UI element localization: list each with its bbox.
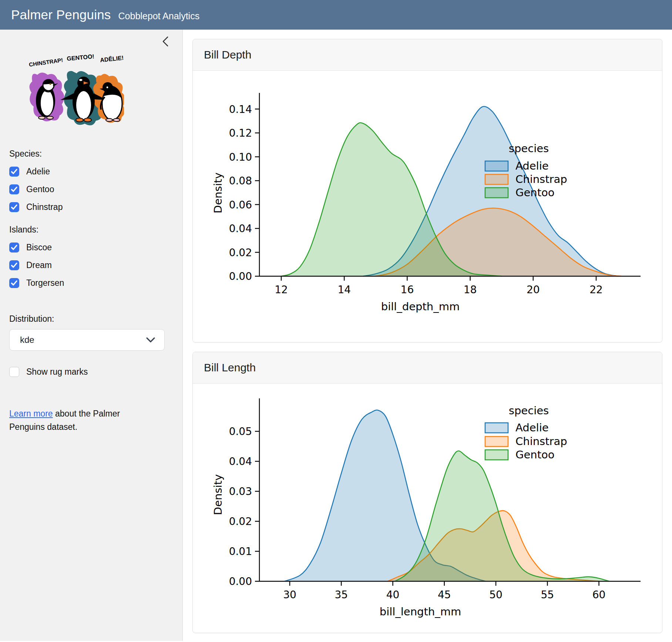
biscoe-checkbox[interactable] bbox=[9, 243, 19, 253]
show-rug-marks-checkbox[interactable] bbox=[9, 367, 19, 377]
svg-text:55: 55 bbox=[541, 589, 554, 601]
dataset-note: Learn more about the Palmer Penguins dat… bbox=[9, 407, 137, 434]
svg-text:0.01: 0.01 bbox=[229, 545, 252, 558]
app-header: Palmer Penguins Cobblepot Analytics bbox=[0, 0, 672, 30]
svg-text:45: 45 bbox=[438, 589, 451, 601]
checkbox-row-chinstrap[interactable]: Chinstrap bbox=[9, 202, 173, 212]
biscoe-checkbox-label: Biscoe bbox=[26, 243, 52, 253]
svg-text:0.12: 0.12 bbox=[229, 127, 252, 139]
svg-text:0.06: 0.06 bbox=[229, 199, 252, 211]
chinstrap-checkbox-label: Chinstrap bbox=[26, 202, 63, 212]
svg-text:20: 20 bbox=[527, 284, 540, 296]
rug-marks-row[interactable]: Show rug marks bbox=[9, 367, 173, 377]
svg-text:60: 60 bbox=[592, 589, 606, 601]
svg-text:40: 40 bbox=[386, 589, 400, 601]
art-label-gentoo: GENTOO! bbox=[67, 53, 95, 62]
main-content: Bill Depth 1214161820220.000.020.040.060… bbox=[183, 30, 672, 642]
svg-text:Adelie: Adelie bbox=[515, 160, 549, 172]
bill-depth-chart: 1214161820220.000.020.040.060.080.100.12… bbox=[193, 71, 662, 342]
svg-text:0.05: 0.05 bbox=[229, 425, 252, 438]
penguin-artwork-image: CHINSTRAP! GENTOO! ADĒLIE! bbox=[16, 49, 124, 135]
svg-text:0.04: 0.04 bbox=[229, 223, 252, 235]
bill-length-chart: 303540455055600.000.010.020.030.040.05bi… bbox=[193, 384, 662, 633]
art-label-adelie: ADĒLIE! bbox=[100, 54, 124, 63]
sidebar-collapse-button[interactable] bbox=[159, 35, 172, 48]
svg-text:species: species bbox=[509, 142, 549, 155]
chevron-left-icon bbox=[161, 36, 169, 47]
gentoo-checkbox[interactable] bbox=[9, 184, 19, 194]
gentoo-checkbox-label: Gentoo bbox=[26, 184, 54, 194]
bill-depth-card-title: Bill Depth bbox=[193, 39, 662, 71]
svg-text:16: 16 bbox=[401, 284, 414, 296]
adelie-checkbox[interactable] bbox=[9, 167, 19, 177]
dream-checkbox-label: Dream bbox=[26, 260, 52, 270]
svg-text:Gentoo: Gentoo bbox=[515, 448, 555, 461]
svg-text:Chinstrap: Chinstrap bbox=[515, 435, 567, 448]
svg-text:Density: Density bbox=[212, 173, 224, 213]
bill-length-card: Bill Length 303540455055600.000.010.020.… bbox=[192, 352, 662, 633]
svg-text:Density: Density bbox=[212, 474, 224, 515]
svg-text:bill_depth_mm: bill_depth_mm bbox=[381, 300, 460, 313]
svg-text:Gentoo: Gentoo bbox=[515, 186, 555, 199]
checkbox-row-adelie[interactable]: Adelie bbox=[9, 167, 173, 177]
checkbox-row-biscoe[interactable]: Biscoe bbox=[9, 243, 173, 253]
svg-text:Adelie: Adelie bbox=[515, 421, 549, 434]
svg-text:Chinstrap: Chinstrap bbox=[515, 173, 567, 185]
svg-text:30: 30 bbox=[283, 589, 296, 601]
svg-text:0.02: 0.02 bbox=[229, 515, 252, 528]
svg-text:18: 18 bbox=[464, 284, 477, 296]
checkbox-row-torgersen[interactable]: Torgersen bbox=[9, 278, 173, 288]
svg-text:50: 50 bbox=[489, 589, 503, 601]
art-label-chinstrap: CHINSTRAP! bbox=[28, 57, 63, 68]
svg-text:0.03: 0.03 bbox=[229, 485, 252, 498]
distribution-selected-value: kde bbox=[20, 335, 34, 345]
svg-text:0.10: 0.10 bbox=[229, 151, 252, 163]
distribution-select[interactable]: kde bbox=[9, 329, 165, 351]
svg-text:bill_length_mm: bill_length_mm bbox=[380, 605, 461, 618]
svg-text:0.02: 0.02 bbox=[229, 247, 252, 259]
svg-text:species: species bbox=[509, 404, 549, 417]
bill-depth-card: Bill Depth 1214161820220.000.020.040.060… bbox=[192, 39, 662, 342]
show-rug-marks-label: Show rug marks bbox=[26, 367, 88, 377]
svg-text:0.08: 0.08 bbox=[229, 175, 252, 187]
svg-text:0.14: 0.14 bbox=[229, 103, 252, 116]
checkbox-row-gentoo[interactable]: Gentoo bbox=[9, 184, 173, 194]
svg-text:14: 14 bbox=[337, 284, 351, 296]
svg-text:22: 22 bbox=[589, 284, 603, 296]
adelie-checkbox-label: Adelie bbox=[26, 167, 50, 177]
svg-text:12: 12 bbox=[275, 284, 288, 296]
species-group-label: Species: bbox=[9, 149, 173, 159]
app-title: Palmer Penguins bbox=[11, 7, 111, 22]
torgersen-checkbox[interactable] bbox=[9, 278, 19, 288]
torgersen-checkbox-label: Torgersen bbox=[26, 278, 64, 288]
chinstrap-checkbox[interactable] bbox=[9, 202, 19, 212]
svg-text:35: 35 bbox=[335, 589, 348, 601]
dream-checkbox[interactable] bbox=[9, 260, 19, 270]
sidebar: CHINSTRAP! GENTOO! ADĒLIE! Species: Adel… bbox=[0, 30, 183, 641]
svg-text:0.00: 0.00 bbox=[229, 270, 252, 282]
checkbox-row-dream[interactable]: Dream bbox=[9, 260, 173, 270]
svg-text:0.04: 0.04 bbox=[229, 455, 252, 468]
bill-length-card-title: Bill Length bbox=[193, 352, 662, 384]
svg-text:0.00: 0.00 bbox=[229, 575, 252, 588]
islands-group-label: Islands: bbox=[9, 225, 173, 235]
chevron-down-icon bbox=[146, 337, 155, 343]
distribution-label: Distribution: bbox=[9, 314, 173, 324]
app-subtitle: Cobblepot Analytics bbox=[118, 11, 200, 21]
learn-more-link[interactable]: Learn more bbox=[9, 409, 53, 418]
